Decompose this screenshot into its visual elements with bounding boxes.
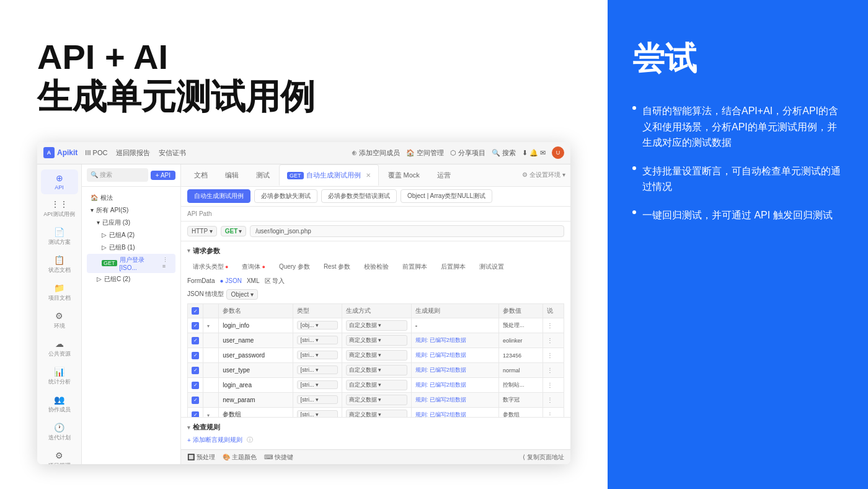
row-action-btn[interactable]: ⋮ xyxy=(547,322,553,329)
copy-url-btn[interactable]: ⟨ 复制页面地址 xyxy=(523,453,564,462)
param-tab-validate[interactable]: 校验检验 xyxy=(358,261,394,273)
row-checkbox[interactable]: ✓ xyxy=(188,377,203,392)
path-input[interactable]: /user/login_json.php xyxy=(250,225,564,237)
row-gen-method[interactable]: 商定义数据 ▾ xyxy=(342,348,411,362)
gen-method-select[interactable]: 商定义数据 ▾ xyxy=(346,410,407,417)
sidebar-item-status-doc[interactable]: 📋 状态文档 xyxy=(41,251,78,278)
param-tab-header[interactable]: 请求头类型● xyxy=(187,261,234,273)
row-gen-method[interactable]: 商定义数据 ▾ xyxy=(342,407,411,417)
row-gen-method[interactable]: 自定义数据 ▾ xyxy=(342,377,411,392)
nav-report[interactable]: 巡回限报告 xyxy=(116,148,150,158)
tab-doc[interactable]: 文档 xyxy=(186,164,216,186)
tree-item-groupB[interactable]: ▷ 已组B (1) xyxy=(87,241,175,254)
select-all-checkbox[interactable]: ✓ xyxy=(192,307,199,315)
row-type[interactable]: [stri... ▾ xyxy=(293,348,342,362)
sidebar-item-api[interactable]: ⊕ API xyxy=(41,169,78,194)
type-select[interactable]: [stri... ▾ xyxy=(297,410,337,417)
sidebar-item-members[interactable]: 👥 协作成员 xyxy=(41,391,78,418)
share-project[interactable]: ⬡ 分享项目 xyxy=(450,148,485,158)
json-radio[interactable]: ● JSON xyxy=(219,277,242,284)
tab-mock[interactable]: 覆盖 Mock xyxy=(380,164,428,186)
gen-method-select[interactable]: 自定义数据 ▾ xyxy=(346,365,407,375)
tab-edit[interactable]: 编辑 xyxy=(217,164,247,186)
env-settings[interactable]: ⚙ 全设置环境 ▾ xyxy=(522,171,565,179)
row-action[interactable]: ⋮ xyxy=(542,333,564,348)
param-tab-rest[interactable]: Rest 参数 xyxy=(318,261,356,273)
sidebar-item-project-mgmt[interactable]: ⚙ 项目管理 xyxy=(41,447,78,464)
row-action[interactable]: ⋮ xyxy=(542,318,564,333)
sidebar-item-project-doc[interactable]: 📁 项目文档 xyxy=(41,279,78,306)
row-expand[interactable] xyxy=(203,333,219,348)
type-select[interactable]: [stri... ▾ xyxy=(297,380,337,389)
tree-item-groupC[interactable]: ▷ 已组C (2) xyxy=(87,273,175,285)
shortcut-btn[interactable]: ⌨ 快捷键 xyxy=(264,453,293,462)
tree-item-app[interactable]: ▾ 已应用 (3) xyxy=(87,217,175,229)
sidebar-item-public[interactable]: ☁ 公共资源 xyxy=(41,335,78,362)
tree-item-root[interactable]: 🏠 根法 xyxy=(87,192,175,204)
row-action-btn[interactable]: ⋮ xyxy=(547,382,553,388)
row-type[interactable]: [stri... ▾ xyxy=(293,392,342,407)
gen-tab-null[interactable]: Object | Array类型NULL测试 xyxy=(401,189,492,203)
row-expand[interactable] xyxy=(203,392,219,407)
param-tab-test-settings[interactable]: 测试设置 xyxy=(474,261,510,273)
row-action-btn[interactable]: ⋮ xyxy=(547,411,553,417)
param-tab-query[interactable]: Query 参数 xyxy=(273,261,316,273)
row-expand[interactable] xyxy=(203,348,219,362)
theme-btn[interactable]: 🎨 主题颜色 xyxy=(223,453,257,462)
type-select[interactable]: [stri... ▾ xyxy=(297,351,337,359)
nav-cert[interactable]: 安信证书 xyxy=(159,148,186,158)
row-type[interactable]: [stri... ▾ xyxy=(293,377,342,392)
row-expand[interactable] xyxy=(203,362,219,377)
preprocess-btn[interactable]: 🔲 预处理 xyxy=(187,453,215,462)
row-gen-method[interactable]: 自定义数据 ▾ xyxy=(342,362,411,377)
tree-item-login[interactable]: GET 用户登录 [ISO... ⋮ ≡ xyxy=(87,254,175,273)
gen-tab-auto[interactable]: 自动生成测试用例 xyxy=(187,189,250,203)
sidebar-item-test-case[interactable]: ⋮⋮ API测试用例 xyxy=(41,195,78,222)
row-checkbox[interactable]: ✓ xyxy=(188,348,203,362)
type-select[interactable]: [stri... ▾ xyxy=(297,366,337,374)
add-api-btn[interactable]: + API xyxy=(151,171,175,180)
tab-ops[interactable]: 运营 xyxy=(429,164,459,186)
row-expand[interactable]: ▾ xyxy=(203,318,219,333)
tree-item-groupA[interactable]: ▷ 已组A (2) xyxy=(87,229,175,241)
row-action[interactable]: ⋮ xyxy=(542,407,564,417)
row-gen-method[interactable]: 自定义数据 ▾ xyxy=(342,318,411,333)
row-action[interactable]: ⋮ xyxy=(542,362,564,377)
row-gen-method[interactable]: 商定义数据 ▾ xyxy=(342,392,411,407)
row-type[interactable]: [stri... ▾ xyxy=(293,362,342,377)
tree-item-all-api[interactable]: ▾ 所有 API(S) xyxy=(87,204,175,217)
type-select[interactable]: [stri... ▾ xyxy=(297,336,337,344)
row-type[interactable]: [stri... ▾ xyxy=(293,407,342,417)
row-action-btn[interactable]: ⋮ xyxy=(547,337,553,344)
gen-method-select[interactable]: 商定义数据 ▾ xyxy=(346,350,407,361)
row-type[interactable]: [stri... ▾ xyxy=(293,333,342,348)
row-action[interactable]: ⋮ xyxy=(542,377,564,392)
search[interactable]: 🔍 搜索 xyxy=(492,148,516,158)
nav-poc[interactable]: III POC xyxy=(85,149,107,156)
tab-auto-gen[interactable]: GET 自动生成测试用例 ✕ xyxy=(279,164,379,186)
row-type[interactable]: [obj... ▾ xyxy=(293,318,342,333)
row-checkbox[interactable]: ✓ xyxy=(188,362,203,377)
gen-method-select[interactable]: 自定义数据 ▾ xyxy=(346,320,407,331)
row-expand[interactable]: ▾ xyxy=(203,407,219,417)
sidebar-item-test-plan[interactable]: 📄 测试方案 xyxy=(41,223,78,250)
add-member[interactable]: ⊕ 添加空间成员 xyxy=(352,148,400,158)
gen-rule-value[interactable]: 规则: 已编写2组数据 xyxy=(415,397,466,403)
type-select[interactable]: [obj... ▾ xyxy=(297,321,337,330)
xml-option[interactable]: XML xyxy=(247,277,260,284)
http-select[interactable]: HTTP ▾ xyxy=(187,226,217,236)
gen-method-select[interactable]: 自定义数据 ▾ xyxy=(346,380,407,390)
method-select[interactable]: GET ▾ xyxy=(221,226,247,236)
file-search[interactable]: 🔍 搜索 xyxy=(87,168,148,182)
gen-rule-value[interactable]: 规则: 已编写2组数据 xyxy=(415,337,466,343)
gen-method-select[interactable]: 商定义数据 ▾ xyxy=(346,335,407,346)
sidebar-item-env[interactable]: ⚙ 环境 xyxy=(41,307,78,334)
gen-rule-value[interactable]: 规则: 已编写2组数据 xyxy=(415,382,466,388)
row-checkbox[interactable]: ✓ xyxy=(188,392,203,407)
gen-method-select[interactable]: 商定义数据 ▾ xyxy=(346,395,407,405)
param-tab-post-script[interactable]: 后置脚本 xyxy=(435,261,471,273)
add-assertion-btn[interactable]: + 添加断言规则规则 ⓘ xyxy=(187,436,564,444)
gen-rule-value[interactable]: 规则: 已编写2组数据 xyxy=(415,411,466,417)
json-type-select[interactable]: Object ▾ xyxy=(226,289,258,300)
gen-tab-missing[interactable]: 必填参数缺失测试 xyxy=(254,189,317,203)
